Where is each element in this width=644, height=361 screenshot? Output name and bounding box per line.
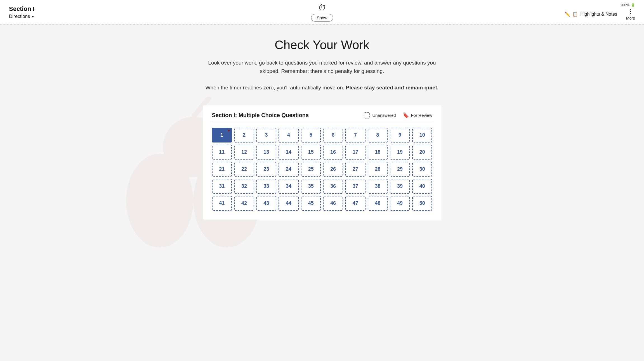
page-title: Check Your Work — [203, 38, 441, 52]
question-button-10[interactable]: 10 — [412, 128, 432, 142]
question-button-48[interactable]: 48 — [368, 196, 388, 211]
question-button-2[interactable]: 2 — [234, 128, 254, 142]
question-button-27[interactable]: 27 — [345, 162, 365, 177]
question-button-38[interactable]: 38 — [368, 179, 388, 194]
more-dots-icon: ⋮ — [628, 8, 634, 15]
for-review-label: For Review — [411, 113, 432, 118]
question-button-15[interactable]: 15 — [301, 145, 321, 160]
timer-note-bold: Please stay seated and remain quiet. — [346, 85, 439, 91]
highlights-notes-label: Highlights & Notes — [580, 12, 617, 17]
question-button-28[interactable]: 28 — [368, 162, 388, 177]
question-grid: 1234567891011121314151617181920212223242… — [212, 128, 432, 211]
question-button-3[interactable]: 3 — [256, 128, 277, 142]
question-button-50[interactable]: 50 — [412, 196, 432, 211]
directions-button[interactable]: Directions ▾ — [9, 14, 65, 19]
question-button-7[interactable]: 7 — [345, 128, 365, 142]
more-button[interactable]: ⋮ More — [626, 8, 635, 20]
question-button-32[interactable]: 32 — [234, 179, 254, 194]
question-button-41[interactable]: 41 — [212, 196, 232, 211]
highlights-notes-button[interactable]: ✏️ 📋 Highlights & Notes — [565, 11, 617, 17]
main-content: Check Your Work Look over your work, go … — [196, 25, 448, 233]
question-button-4[interactable]: 4 — [279, 128, 299, 142]
question-button-42[interactable]: 42 — [234, 196, 254, 211]
unanswered-legend: Unanswered — [364, 112, 396, 118]
header: Section I Directions ▾ ⏱ Show 100% 🔋 ✏️ … — [0, 0, 644, 25]
question-button-6[interactable]: 6 — [323, 128, 343, 142]
question-button-8[interactable]: 8 — [368, 128, 388, 142]
question-button-19[interactable]: 19 — [390, 145, 410, 160]
question-button-34[interactable]: 34 — [279, 179, 299, 194]
subtitle-text: Look over your work, go back to question… — [203, 59, 441, 76]
header-right: 100% 🔋 ✏️ 📋 Highlights & Notes ⋮ More — [565, 4, 635, 20]
directions-label: Directions — [9, 14, 30, 19]
question-button-13[interactable]: 13 — [256, 145, 277, 160]
question-button-26[interactable]: 26 — [323, 162, 343, 177]
battery-icon: 🔋 — [631, 3, 635, 7]
chevron-down-icon: ▾ — [32, 14, 34, 19]
question-button-18[interactable]: 18 — [368, 145, 388, 160]
question-button-22[interactable]: 22 — [234, 162, 254, 177]
question-button-17[interactable]: 17 — [345, 145, 365, 160]
highlight-icon: ✏️ — [565, 11, 570, 17]
legend: Unanswered 🔖 For Review — [364, 112, 432, 118]
question-button-45[interactable]: 45 — [301, 196, 321, 211]
question-button-5[interactable]: 5 — [301, 128, 321, 142]
section-title: Section I — [9, 5, 65, 13]
battery-info: 100% 🔋 — [620, 3, 635, 7]
battery-percentage: 100% — [620, 3, 629, 7]
question-button-36[interactable]: 36 — [323, 179, 343, 194]
question-button-31[interactable]: 31 — [212, 179, 232, 194]
section-header: Section I: Multiple Choice Questions Una… — [212, 112, 432, 122]
question-button-40[interactable]: 40 — [412, 179, 432, 194]
question-button-12[interactable]: 12 — [234, 145, 254, 160]
question-button-37[interactable]: 37 — [345, 179, 365, 194]
timer-note: When the timer reaches zero, you'll auto… — [203, 84, 441, 92]
question-button-25[interactable]: 25 — [301, 162, 321, 177]
unanswered-label: Unanswered — [372, 113, 396, 118]
question-button-30[interactable]: 30 — [412, 162, 432, 177]
section-label: Section I: Multiple Choice Questions — [212, 112, 309, 118]
question-button-46[interactable]: 46 — [323, 196, 343, 211]
question-button-11[interactable]: 11 — [212, 145, 232, 160]
question-button-47[interactable]: 47 — [345, 196, 365, 211]
header-left: Section I Directions ▾ — [9, 5, 65, 19]
header-center: ⏱ Show — [311, 3, 333, 22]
question-button-20[interactable]: 20 — [412, 145, 432, 160]
show-timer-button[interactable]: Show — [311, 14, 333, 22]
question-button-33[interactable]: 33 — [256, 179, 277, 194]
question-button-1[interactable]: 1 — [212, 128, 232, 142]
question-button-23[interactable]: 23 — [256, 162, 277, 177]
unanswered-box-icon — [364, 112, 370, 118]
for-review-legend: 🔖 For Review — [403, 112, 432, 118]
question-button-21[interactable]: 21 — [212, 162, 232, 177]
timer-note-prefix: When the timer reaches zero, you'll auto… — [206, 85, 345, 91]
question-button-14[interactable]: 14 — [279, 145, 299, 160]
timer-icon: ⏱ — [318, 3, 326, 12]
notes-icon: 📋 — [572, 11, 578, 17]
bookmark-icon: 🔖 — [403, 112, 409, 118]
question-button-39[interactable]: 39 — [390, 179, 410, 194]
question-button-24[interactable]: 24 — [279, 162, 299, 177]
question-button-35[interactable]: 35 — [301, 179, 321, 194]
question-button-16[interactable]: 16 — [323, 145, 343, 160]
question-section: Section I: Multiple Choice Questions Una… — [203, 105, 441, 220]
question-button-49[interactable]: 49 — [390, 196, 410, 211]
more-label: More — [626, 16, 635, 20]
svg-point-1 — [126, 154, 193, 248]
question-button-44[interactable]: 44 — [279, 196, 299, 211]
question-button-43[interactable]: 43 — [256, 196, 277, 211]
question-button-29[interactable]: 29 — [390, 162, 410, 177]
question-button-9[interactable]: 9 — [390, 128, 410, 142]
